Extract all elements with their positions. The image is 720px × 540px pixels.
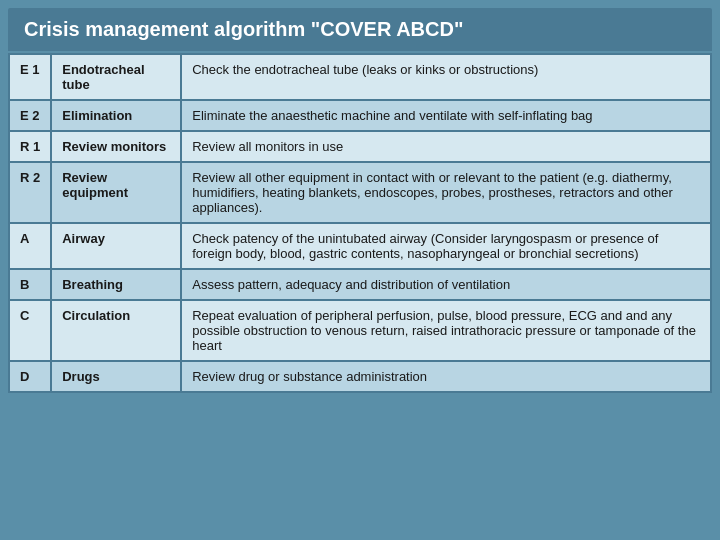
row-description: Review all monitors in use [181, 131, 711, 162]
table-row: BBreathingAssess pattern, adequacy and d… [9, 269, 711, 300]
row-code: D [9, 361, 51, 392]
row-description: Repeat evaluation of peripheral perfusio… [181, 300, 711, 361]
row-code: E 2 [9, 100, 51, 131]
row-code: C [9, 300, 51, 361]
row-description: Review all other equipment in contact wi… [181, 162, 711, 223]
row-term: Elimination [51, 100, 181, 131]
row-code: A [9, 223, 51, 269]
page-container: Crisis management algorithm "COVER ABCD"… [0, 0, 720, 540]
row-description: Assess pattern, adequacy and distributio… [181, 269, 711, 300]
table-row: AAirwayCheck patency of the unintubated … [9, 223, 711, 269]
row-term: Drugs [51, 361, 181, 392]
table-row: E 1Endotracheal tubeCheck the endotrache… [9, 54, 711, 100]
row-term: Breathing [51, 269, 181, 300]
row-term: Airway [51, 223, 181, 269]
row-description: Check the endotracheal tube (leaks or ki… [181, 54, 711, 100]
table-row: E 2EliminationEliminate the anaesthetic … [9, 100, 711, 131]
row-description: Check patency of the unintubated airway … [181, 223, 711, 269]
row-code: E 1 [9, 54, 51, 100]
row-term: Review equipment [51, 162, 181, 223]
row-term: Review monitors [51, 131, 181, 162]
row-description: Eliminate the anaesthetic machine and ve… [181, 100, 711, 131]
row-term: Circulation [51, 300, 181, 361]
table-row: R 2Review equipmentReview all other equi… [9, 162, 711, 223]
row-code: R 2 [9, 162, 51, 223]
row-description: Review drug or substance administration [181, 361, 711, 392]
table-row: DDrugsReview drug or substance administr… [9, 361, 711, 392]
table-row: R 1Review monitorsReview all monitors in… [9, 131, 711, 162]
table-row: CCirculationRepeat evaluation of periphe… [9, 300, 711, 361]
row-code: B [9, 269, 51, 300]
row-code: R 1 [9, 131, 51, 162]
row-term: Endotracheal tube [51, 54, 181, 100]
algorithm-table: E 1Endotracheal tubeCheck the endotrache… [8, 53, 712, 393]
page-title: Crisis management algorithm "COVER ABCD" [8, 8, 712, 51]
